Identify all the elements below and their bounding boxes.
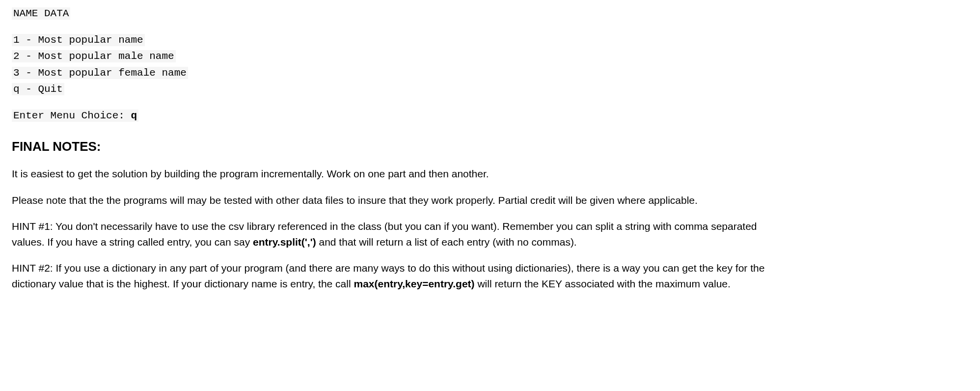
paragraph-hint-1: HINT #1: You don't necessarily have to u…	[12, 219, 768, 250]
menu-option-2: 2 - Most popular male name	[12, 49, 968, 64]
paragraph-incremental: It is easiest to get the solution by bui…	[12, 166, 768, 182]
hint1-text-b: and that will return a list of each entr…	[316, 236, 577, 248]
menu-header: NAME DATA	[12, 7, 70, 20]
spacer	[12, 23, 968, 31]
menu-option-1-text: 1 - Most popular name	[12, 34, 145, 46]
document-body: NAME DATA 1 - Most popular name 2 - Most…	[0, 0, 980, 314]
menu-input: q	[131, 110, 137, 121]
menu-option-q: q - Quit	[12, 82, 968, 97]
hint1-code: entry.split(',')	[253, 236, 316, 248]
menu-option-2-text: 2 - Most popular male name	[12, 50, 176, 62]
menu-prompt: Enter Menu Choice:	[13, 110, 131, 121]
final-notes-heading: FINAL NOTES:	[12, 137, 968, 156]
hint2-text-b: will return the KEY associated with the …	[475, 278, 731, 289]
menu-header-line: NAME DATA	[12, 6, 968, 22]
menu-option-1: 1 - Most popular name	[12, 32, 968, 48]
menu-option-3: 3 - Most popular female name	[12, 65, 968, 81]
paragraph-hint-2: HINT #2: If you use a dictionary in any …	[12, 260, 768, 291]
paragraph-testing: Please note that the the programs will m…	[12, 193, 768, 208]
menu-prompt-wrap: Enter Menu Choice: q	[12, 110, 138, 122]
hint2-code: max(entry,key=entry.get)	[354, 278, 474, 289]
menu-option-3-text: 3 - Most popular female name	[12, 67, 188, 79]
spacer	[12, 98, 968, 107]
menu-prompt-line: Enter Menu Choice: q	[12, 108, 968, 124]
menu-option-q-text: q - Quit	[12, 83, 64, 95]
menu-code-block: NAME DATA 1 - Most popular name 2 - Most…	[12, 6, 968, 123]
